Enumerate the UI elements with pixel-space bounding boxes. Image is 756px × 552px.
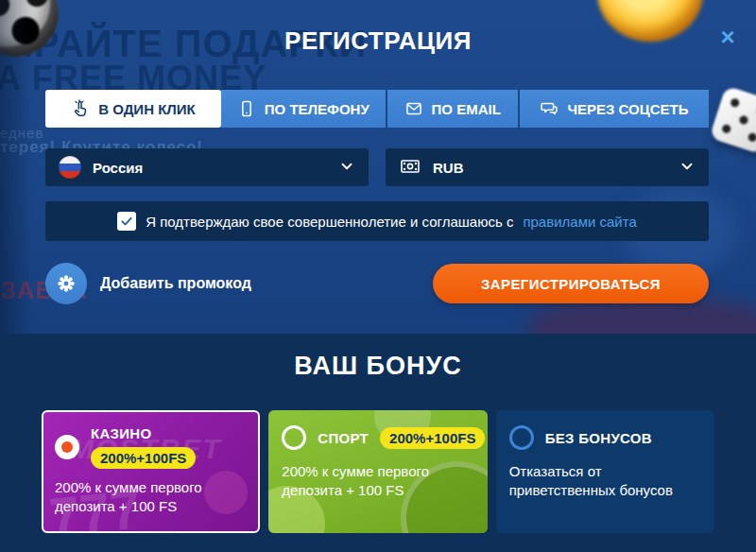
tab-by-phone[interactable]: ПО ТЕЛЕФОНУ bbox=[221, 90, 387, 128]
no-bonus-description: Отказаться от приветственных бонусов bbox=[509, 462, 701, 501]
currency-select[interactable]: RUB bbox=[386, 148, 709, 186]
sport-label: СПОРТ bbox=[318, 430, 369, 446]
age-confirm-checkbox[interactable] bbox=[117, 212, 136, 231]
promocode-label: Добавить промокод bbox=[100, 275, 251, 292]
registration-modal: ИРАЙТЕ ПОДАРКИ А FREE MONEY еднев терея!… bbox=[0, 0, 756, 334]
casino-bonus-badge: 200%+100FS bbox=[91, 447, 196, 469]
action-row: Добавить промокод ЗАРЕГИСТРИРОВАТЬСЯ bbox=[45, 263, 709, 304]
sport-bonus-badge: 200%+100FS bbox=[380, 427, 485, 449]
russia-flag-icon bbox=[59, 156, 81, 179]
country-select[interactable]: Россия bbox=[45, 148, 369, 186]
sport-bonus-description: 200% к сумме первого депозита + 100 FS bbox=[282, 462, 473, 501]
casino-label: КАЗИНО bbox=[91, 425, 151, 441]
dice-decoration bbox=[709, 85, 756, 154]
select-row: Россия RUB bbox=[45, 148, 709, 186]
tab-label: В ОДИН КЛИК bbox=[98, 101, 196, 117]
site-rules-link[interactable]: правилами сайта bbox=[523, 214, 636, 230]
tab-one-click[interactable]: В ОДИН КЛИК bbox=[45, 90, 221, 128]
bonus-card-sport[interactable]: СПОРТ 200%+100FS 200% к сумме первого де… bbox=[268, 410, 487, 533]
background-text-line1: еднев bbox=[0, 125, 43, 141]
tab-label: ПО EMAIL bbox=[432, 101, 501, 117]
casino-bonus-description: 200% к сумме первого депозита + 100 FS bbox=[55, 478, 247, 517]
banknote-icon bbox=[399, 155, 421, 181]
bonus-section-title: ВАШ БОНУС bbox=[0, 352, 756, 381]
add-promocode-button[interactable]: Добавить промокод bbox=[45, 263, 251, 304]
bonus-card-casino[interactable]: MOSTBET 777 КАЗИНО 200%+100FS 200% к сум… bbox=[42, 410, 260, 533]
tab-label: ПО ТЕЛЕФОНУ bbox=[265, 101, 369, 117]
agreement-bar: Я подтверждаю свое совершеннолетие и сог… bbox=[45, 201, 709, 241]
bonus-cards: MOSTBET 777 КАЗИНО 200%+100FS 200% к сум… bbox=[0, 410, 756, 533]
agreement-text: Я подтверждаю свое совершеннолетие и сог… bbox=[146, 214, 513, 230]
casino-radio-selected[interactable] bbox=[55, 435, 79, 459]
checkmark-icon bbox=[120, 215, 133, 228]
social-chat-icon bbox=[540, 99, 558, 118]
currency-select-value: RUB bbox=[433, 160, 464, 176]
chevron-down-icon bbox=[679, 158, 696, 178]
register-button[interactable]: ЗАРЕГИСТРИРОВАТЬСЯ bbox=[433, 264, 709, 303]
tab-via-social[interactable]: ЧЕРЕЗ СОЦСЕТЬ bbox=[520, 90, 709, 128]
tab-by-email[interactable]: ПО EMAIL bbox=[387, 90, 520, 128]
close-icon[interactable]: × bbox=[714, 25, 741, 51]
email-icon bbox=[404, 99, 423, 118]
no-bonus-label: БЕЗ БОНУСОВ bbox=[545, 430, 652, 446]
no-bonus-radio[interactable] bbox=[509, 425, 534, 450]
promocode-badge-icon bbox=[45, 263, 87, 304]
one-click-hand-icon bbox=[71, 99, 90, 118]
bonus-section: ВАШ БОНУС MOSTBET 777 КАЗИНО 200%+100FS … bbox=[0, 334, 756, 552]
sport-radio[interactable] bbox=[282, 425, 306, 450]
modal-title: РЕГИСТРАЦИЯ bbox=[0, 26, 756, 56]
bonus-card-none[interactable]: БЕЗ БОНУСОВ Отказаться от приветственных… bbox=[496, 410, 714, 533]
tab-label: ЧЕРЕЗ СОЦСЕТЬ bbox=[567, 101, 688, 117]
country-select-value: Россия bbox=[93, 160, 143, 176]
registration-tabs: В ОДИН КЛИК ПО ТЕЛЕФОНУ ПО EMAIL ЧЕРЕЗ С… bbox=[45, 90, 709, 128]
chevron-down-icon bbox=[338, 158, 355, 178]
phone-icon bbox=[237, 99, 256, 118]
